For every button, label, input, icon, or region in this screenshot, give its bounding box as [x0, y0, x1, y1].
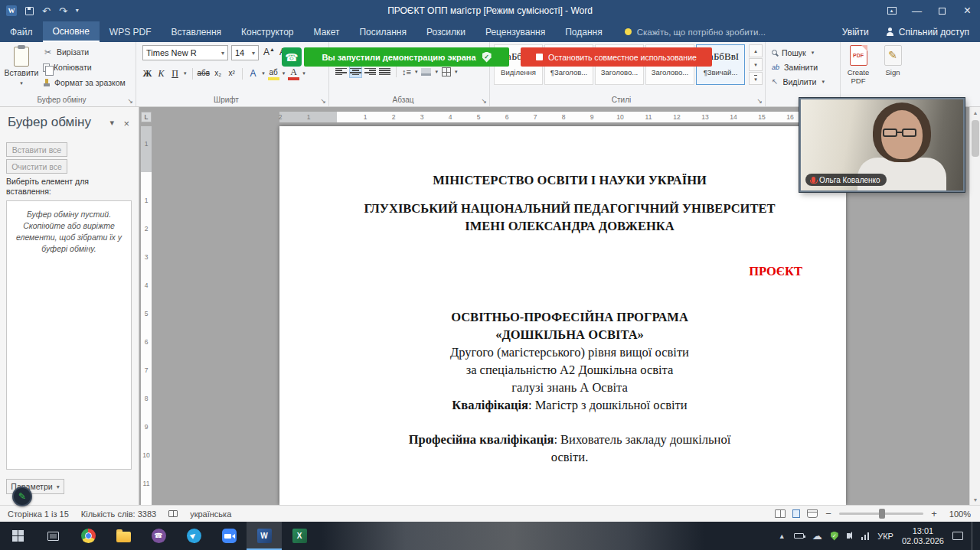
zoom-level[interactable]: 100%: [945, 509, 971, 519]
taskbar-zoom-icon[interactable]: [211, 522, 247, 550]
clear-all-button[interactable]: Очистити все: [6, 159, 67, 174]
zoom-slider[interactable]: [839, 513, 923, 515]
webcam-overlay[interactable]: Ольга Коваленко: [799, 98, 965, 192]
language-indicator[interactable]: українська: [190, 509, 231, 519]
shading-button[interactable]: [421, 68, 431, 76]
subscript-button[interactable]: х₂: [212, 67, 224, 80]
font-size-combo[interactable]: 14▾: [231, 45, 259, 60]
paragraph-dialog-launcher[interactable]: ↘: [481, 98, 487, 105]
word-count[interactable]: Кількість слів: 3383: [81, 509, 156, 519]
taskbar-telegram-icon[interactable]: ▶: [176, 522, 211, 550]
scroll-down-icon[interactable]: ▼: [970, 494, 980, 505]
ribbon-display-options-button[interactable]: ▴: [879, 0, 904, 21]
tab-рецензування[interactable]: Рецензування: [475, 21, 555, 42]
zoom-out-button[interactable]: −: [825, 508, 832, 519]
italic-button[interactable]: К: [155, 67, 167, 80]
page-indicator[interactable]: Сторінка 1 із 15: [8, 509, 69, 519]
start-button[interactable]: [0, 522, 35, 550]
grow-font-button[interactable]: А▲: [263, 47, 275, 57]
call-icon-button[interactable]: ☎: [282, 47, 302, 67]
underline-dropdown[interactable]: ▾: [184, 70, 187, 76]
taskbar-word-icon[interactable]: W: [247, 522, 282, 550]
taskbar-explorer-icon[interactable]: [106, 522, 141, 550]
create-pdf-button[interactable]: PDF Create PDF: [842, 45, 874, 85]
font-color-button[interactable]: А: [288, 67, 299, 80]
onedrive-cloud-icon[interactable]: ☁: [812, 531, 822, 541]
copy-button[interactable]: Копіювати: [43, 60, 92, 74]
zoom-slider-thumb[interactable]: [879, 509, 885, 519]
annotation-tool-button[interactable]: ✎: [12, 487, 32, 506]
taskbar-chrome-icon[interactable]: [70, 522, 106, 550]
select-button[interactable]: ↖Виділити▾: [772, 75, 825, 88]
paste-button[interactable]: Вставити ▾: [4, 44, 39, 93]
language-switcher[interactable]: УКР: [877, 532, 893, 541]
tab-подання[interactable]: Подання: [555, 21, 612, 42]
pane-options-dropdown-icon[interactable]: ▾: [109, 118, 114, 128]
clock[interactable]: 13:01 02.03.2026: [902, 526, 944, 545]
read-mode-icon[interactable]: [775, 509, 786, 518]
scroll-up-icon[interactable]: ▲: [970, 107, 980, 118]
taskbar-excel-icon[interactable]: X: [282, 522, 317, 550]
vertical-scrollbar[interactable]: ▲ ▼: [969, 107, 980, 505]
tab-конструктор[interactable]: Конструктор: [231, 21, 303, 42]
web-layout-icon[interactable]: [807, 509, 818, 518]
paste-all-button[interactable]: Вставити все: [6, 142, 67, 157]
taskbar-viber-icon[interactable]: ☎: [141, 522, 176, 550]
sign-in-button[interactable]: Увійти: [842, 21, 869, 42]
superscript-button[interactable]: х²: [226, 67, 237, 80]
replace-button[interactable]: abЗамінити: [772, 60, 818, 73]
bold-button[interactable]: Ж: [142, 67, 153, 80]
cut-button[interactable]: ✂Вирізати: [43, 45, 89, 59]
show-desktop-button[interactable]: [972, 522, 975, 550]
tab-основне[interactable]: Основне: [43, 21, 100, 42]
align-left-button[interactable]: [335, 67, 347, 77]
styles-scroll-down[interactable]: ▾: [749, 58, 763, 71]
align-center-button[interactable]: [350, 67, 361, 77]
minimize-button[interactable]: —: [904, 0, 929, 21]
font-color-dropdown[interactable]: ▾: [302, 70, 305, 76]
close-button[interactable]: ×: [955, 0, 980, 21]
document-page[interactable]: МІНІСТЕРСТВО ОСВІТИ І НАУКИ УКРАЇНИГЛУХІ…: [279, 126, 846, 505]
tab-stop-selector[interactable]: L: [141, 112, 152, 122]
find-button[interactable]: Пошук▾: [772, 46, 815, 59]
stop-sharing-button[interactable]: Остановить совместное использование: [521, 47, 712, 67]
speaker-icon[interactable]: [847, 533, 850, 539]
tab-посилання[interactable]: Посилання: [349, 21, 416, 42]
action-center-icon[interactable]: [952, 532, 963, 540]
line-spacing-button[interactable]: ↕≡: [402, 67, 411, 76]
styles-scroll-up[interactable]: ▴: [749, 44, 763, 57]
tab-розсилки[interactable]: Розсилки: [416, 21, 475, 42]
pane-close-icon[interactable]: ×: [123, 118, 129, 129]
font-name-combo[interactable]: Times New R▾: [142, 45, 228, 60]
restore-button[interactable]: [929, 0, 955, 21]
network-icon[interactable]: [861, 532, 870, 540]
save-icon[interactable]: [25, 7, 34, 15]
strikethrough-button[interactable]: абв: [198, 67, 211, 80]
proofing-icon[interactable]: [168, 510, 178, 517]
tab-wps-pdf[interactable]: WPS PDF: [100, 21, 162, 42]
styles-dialog-launcher[interactable]: ↘: [756, 98, 763, 105]
tab-файл[interactable]: Файл: [0, 21, 43, 42]
highlight-dropdown[interactable]: ▾: [283, 70, 286, 76]
highlight-button[interactable]: аб: [268, 67, 279, 80]
justify-button[interactable]: [379, 67, 390, 77]
undo-icon[interactable]: ↶: [42, 6, 51, 16]
customize-qat-icon[interactable]: ▾: [76, 8, 79, 14]
format-painter-button[interactable]: Формат за зразком: [43, 76, 126, 89]
styles-gallery-more[interactable]: ▾: [749, 72, 763, 85]
sign-button[interactable]: ✎ Sign: [877, 45, 909, 76]
tell-me-box[interactable]: Скажіть, що потрібно зробити...: [625, 21, 766, 42]
scrollbar-thumb[interactable]: [972, 120, 979, 157]
tab-вставлення[interactable]: Вставлення: [162, 21, 232, 42]
align-right-button[interactable]: [364, 67, 376, 77]
zoom-in-button[interactable]: +: [930, 508, 938, 519]
print-layout-icon[interactable]: [792, 509, 800, 518]
task-view-button[interactable]: [35, 522, 70, 550]
hidden-icons-chevron[interactable]: ▲: [779, 532, 786, 540]
tab-макет[interactable]: Макет: [304, 21, 350, 42]
battery-icon[interactable]: [794, 533, 804, 539]
underline-button[interactable]: П: [169, 67, 181, 80]
security-shield-icon[interactable]: ✓: [831, 532, 838, 541]
font-dialog-launcher[interactable]: ↘: [320, 98, 326, 105]
borders-button[interactable]: [442, 67, 451, 76]
